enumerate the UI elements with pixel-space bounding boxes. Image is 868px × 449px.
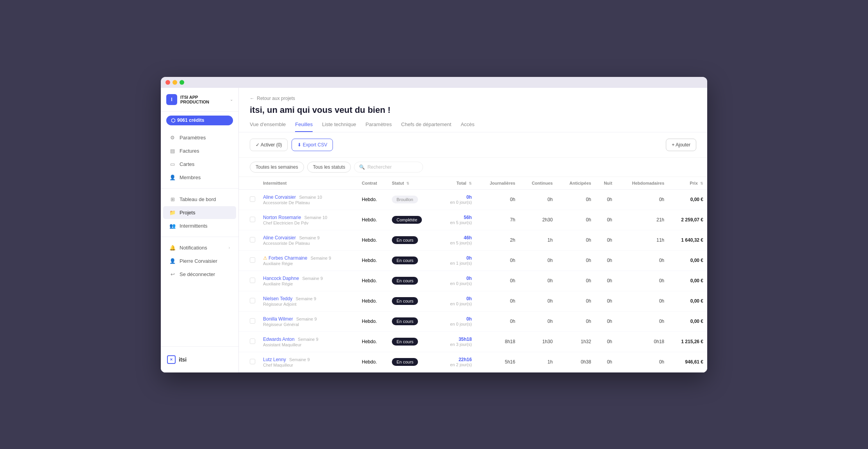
title-bar — [161, 77, 707, 88]
row-checkbox[interactable] — [250, 217, 255, 222]
sidebar-header[interactable]: I ITSI APP PRODUCTION ⌄ — [161, 88, 238, 112]
row-checkbox[interactable] — [250, 359, 255, 364]
row-anticipees: 0h — [557, 189, 595, 210]
total-hours: 0h — [441, 276, 471, 281]
th-journalieres: Journalières — [476, 177, 519, 190]
total-sort-icon[interactable]: ⇅ — [469, 182, 472, 185]
tab-liste-technique[interactable]: Liste technique — [322, 121, 356, 132]
row-checkbox[interactable] — [250, 196, 255, 202]
table-row: Norton Rosemarie Semaine 10 Chef Electri… — [239, 210, 707, 230]
total-days: en 5 jour(s) — [441, 220, 471, 225]
row-checkbox[interactable] — [250, 318, 255, 324]
row-hebdomadaires: 0h — [616, 291, 668, 311]
row-checkbox[interactable] — [250, 237, 255, 242]
row-prix: 0,00 € — [668, 311, 707, 331]
row-contrat: Hebdo. — [358, 311, 388, 331]
row-nuit: 0h — [595, 189, 616, 210]
semaine-filter[interactable]: Toutes les semaines — [250, 162, 304, 173]
table-row: Aline Corvaisier Semaine 9 Accessoriste … — [239, 230, 707, 250]
person-name-link[interactable]: Lutz Lenny — [263, 357, 286, 362]
row-checkbox-cell[interactable] — [239, 189, 259, 210]
row-checkbox[interactable] — [250, 339, 255, 344]
row-checkbox-cell[interactable] — [239, 311, 259, 331]
person-name-link[interactable]: Bonilla Wilmer — [263, 316, 293, 322]
row-checkbox-cell[interactable] — [239, 250, 259, 271]
prix-sort-icon[interactable]: ⇅ — [700, 182, 703, 185]
ajouter-button[interactable]: + Ajouter — [666, 139, 696, 151]
row-checkbox-cell[interactable] — [239, 352, 259, 372]
sidebar-item-logout[interactable]: ↩ Se déconnecter — [163, 268, 236, 281]
search-input[interactable] — [367, 164, 418, 170]
sidebar-item-factures[interactable]: ▤ Factures — [163, 144, 236, 157]
row-checkbox[interactable] — [250, 278, 255, 283]
person-name-link[interactable]: Edwards Anton — [263, 337, 295, 342]
row-statut: En cours — [388, 311, 438, 331]
export-csv-button[interactable]: ⬇ Export CSV — [292, 139, 333, 151]
person-name-link[interactable]: Hancock Daphne — [263, 276, 299, 281]
row-prix: 1 640,32 € — [668, 230, 707, 250]
person-role: Auxiliaire Régie — [263, 261, 354, 266]
row-journalieres: 0h — [476, 250, 519, 271]
person-name-link[interactable]: Norton Rosemarie — [263, 215, 301, 220]
row-continues: 2h30 — [519, 210, 557, 230]
row-checkbox-cell[interactable] — [239, 291, 259, 311]
tab-parametres[interactable]: Paramètres — [366, 121, 392, 132]
person-name-link[interactable]: Aline Corvaisier — [263, 235, 296, 241]
person-name-link[interactable]: Nielsen Teddy — [263, 296, 292, 301]
row-total: 22h16 en 2 jour(s) — [437, 352, 475, 372]
intermittents-icon: 👥 — [169, 223, 176, 229]
row-hebdomadaires: 0h — [616, 250, 668, 271]
row-checkbox[interactable] — [250, 257, 255, 263]
week-badge: Semaine 9 — [311, 256, 331, 260]
row-contrat: Hebdo. — [358, 331, 388, 352]
total-hours: 22h16 — [441, 357, 471, 362]
person-name-link[interactable]: Forbes Charmaine — [269, 255, 307, 261]
row-hebdomadaires: 0h — [616, 352, 668, 372]
row-total: 46h en 5 jour(s) — [437, 230, 475, 250]
status-badge: Complétée — [392, 216, 422, 224]
row-checkbox-cell[interactable] — [239, 271, 259, 291]
row-continues: 0h — [519, 311, 557, 331]
tab-vue-ensemble[interactable]: Vue d'ensemble — [250, 121, 286, 132]
sidebar-label-tableau: Tableau de bord — [180, 196, 216, 202]
search-wrapper[interactable]: 🔍 — [354, 162, 423, 173]
statut-filter[interactable]: Tous les statuts — [307, 162, 351, 173]
sidebar-item-user[interactable]: 👤 Pierre Corvaisier — [163, 255, 236, 267]
close-dot[interactable] — [165, 80, 170, 85]
week-badge: Semaine 9 — [299, 235, 320, 240]
total-days: en 0 jour(s) — [441, 301, 471, 306]
activer-button[interactable]: ✓ Activer (0) — [250, 139, 288, 151]
tab-acces[interactable]: Accès — [461, 121, 474, 132]
tab-chefs-departement[interactable]: Chefs de département — [401, 121, 452, 132]
back-link[interactable]: ← Retour aux projets — [250, 96, 696, 101]
app-window: I ITSI APP PRODUCTION ⌄ ⬡ 9061 crédits ⚙… — [161, 77, 707, 372]
sidebar-item-projets[interactable]: 📁 Projets — [163, 206, 236, 219]
sidebar-item-cartes[interactable]: ▭ Cartes — [163, 158, 236, 171]
sidebar-item-parametres[interactable]: ⚙ Paramètres — [163, 131, 236, 144]
row-checkbox-cell[interactable] — [239, 331, 259, 352]
status-badge: En cours — [392, 257, 418, 264]
row-total: 0h en 0 jour(s) — [437, 271, 475, 291]
row-checkbox[interactable] — [250, 298, 255, 303]
statut-sort-icon[interactable]: ⇅ — [406, 182, 409, 185]
credits-badge[interactable]: ⬡ 9061 crédits — [166, 116, 233, 125]
tab-feuilles[interactable]: Feuilles — [295, 121, 313, 132]
row-checkbox-cell[interactable] — [239, 210, 259, 230]
maximize-dot[interactable] — [180, 80, 184, 85]
minimize-dot[interactable] — [173, 80, 177, 85]
logout-icon: ↩ — [169, 271, 176, 277]
person-role: Chef Maquilleur — [263, 363, 354, 367]
row-anticipees: 0h38 — [557, 352, 595, 372]
sidebar-item-tableau-de-bord[interactable]: ⊞ Tableau de bord — [163, 193, 236, 206]
sidebar-item-notifications[interactable]: 🔔 Notifications › — [163, 241, 236, 254]
table-wrapper: Intermittent Contrat Statut ⇅ Total ⇅ Jo… — [239, 177, 707, 372]
row-nuit: 0h — [595, 352, 616, 372]
sidebar-item-intermittents[interactable]: 👥 Intermittents — [163, 219, 236, 232]
row-total: 0h en 1 jour(s) — [437, 250, 475, 271]
app-chevron-icon: ⌄ — [230, 97, 233, 102]
sidebar-item-membres[interactable]: 👤 Membres — [163, 171, 236, 184]
row-checkbox-cell[interactable] — [239, 230, 259, 250]
person-name-link[interactable]: Aline Corvaisier — [263, 194, 296, 200]
row-continues: 1h30 — [519, 331, 557, 352]
week-badge: Semaine 10 — [299, 195, 322, 200]
